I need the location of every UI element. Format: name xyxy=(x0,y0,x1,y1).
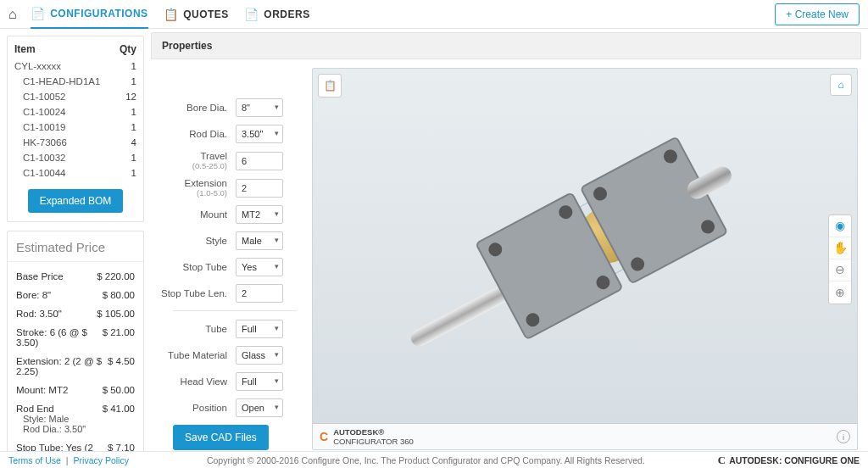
property-label: Tube Material xyxy=(151,350,236,360)
property-select[interactable]: Male xyxy=(236,231,283,250)
property-row: Head ViewFull xyxy=(151,372,297,391)
property-select[interactable]: 3.50" xyxy=(236,125,283,143)
cylinder-model xyxy=(418,109,752,393)
property-row: Rod Dia.3.50" xyxy=(151,125,297,143)
property-input[interactable]: 2 xyxy=(236,284,283,303)
property-select[interactable]: 8" xyxy=(236,98,283,117)
footer-brand: AUTODESK: CONFIGURE ONE xyxy=(729,455,860,465)
create-new-button[interactable]: + Create New xyxy=(775,3,860,25)
bom-header-item: Item xyxy=(14,43,120,55)
property-label: Extension(1.0-5.0) xyxy=(151,178,236,198)
properties-header: Properties xyxy=(151,32,861,59)
copyright-text: Copyright © 2000-2016 Configure One, Inc… xyxy=(134,455,718,465)
estimate-row: Bore: 8"$ 80.00 xyxy=(16,286,135,304)
nav-tab-configurations[interactable]: 📄CONFIGURATIONS xyxy=(31,0,148,29)
bom-row: C1-100241 xyxy=(14,104,136,120)
estimate-row: Rod: 3.50"$ 105.00 xyxy=(16,304,135,323)
bom-row: C1-100441 xyxy=(14,165,136,181)
property-select[interactable]: Full xyxy=(236,372,283,391)
property-label: Bore Dia. xyxy=(151,103,236,113)
property-input[interactable]: 2 xyxy=(236,179,283,198)
bom-row: C1-HEAD-HD1A11 xyxy=(14,74,136,89)
divider xyxy=(173,310,297,311)
zoom-out-icon[interactable]: ⊖ xyxy=(829,259,851,281)
nav-tabs: 📄CONFIGURATIONS📋QUOTES📄ORDERS xyxy=(31,0,776,29)
property-row: Tube MaterialGlass xyxy=(151,346,297,365)
cad-viewer[interactable]: 📋 ⌂ ◉ ✋ ⊖ ⊕ C xyxy=(312,68,858,450)
orbit-icon[interactable]: ◉ xyxy=(829,215,851,237)
property-label: Rod Dia. xyxy=(151,129,236,139)
property-row: Stop TubeYes xyxy=(151,258,297,276)
property-label: Stop Tube xyxy=(151,262,236,272)
property-label: Stop Tube Len. xyxy=(151,288,236,298)
bom-card: Item Qty CYL-xxxxx1C1-HEAD-HD1A11C1-1005… xyxy=(7,36,144,222)
estimate-card: Estimated Price Base Price$ 220.00Bore: … xyxy=(7,231,144,468)
property-label: Tube xyxy=(151,324,236,334)
estimate-row: Base Price$ 220.00 xyxy=(16,267,135,286)
privacy-link[interactable]: Privacy Policy xyxy=(74,455,129,465)
property-label: Style xyxy=(151,236,236,246)
property-label: Mount xyxy=(151,209,236,220)
property-row: Travel(0.5-25.0)6 xyxy=(151,151,297,170)
property-select[interactable]: Yes xyxy=(236,258,283,276)
property-row: Bore Dia.8" xyxy=(151,98,297,117)
pan-icon[interactable]: ✋ xyxy=(829,237,851,259)
bom-row: C1-100191 xyxy=(14,120,136,135)
terms-link[interactable]: Terms of Use xyxy=(8,455,61,465)
property-label: Position xyxy=(151,403,236,413)
property-label: Head View xyxy=(151,376,236,387)
save-cad-button[interactable]: Save CAD Files xyxy=(173,425,269,450)
estimate-title: Estimated Price xyxy=(8,231,143,261)
info-icon[interactable]: i xyxy=(837,430,850,443)
home-view-icon[interactable]: ⌂ xyxy=(830,74,852,96)
estimate-row: Rod EndStyle: MaleRod Dia.: 3.50"$ 41.00 xyxy=(16,399,135,438)
property-row: TubeFull xyxy=(151,320,297,338)
property-row: Stop Tube Len.2 xyxy=(151,284,297,303)
property-label: Travel(0.5-25.0) xyxy=(151,151,236,170)
nav-tab-orders[interactable]: 📄ORDERS xyxy=(244,0,310,29)
document-icon: 📋 xyxy=(164,8,179,21)
expanded-bom-button[interactable]: Expanded BOM xyxy=(28,189,124,213)
nav-tab-quotes[interactable]: 📋QUOTES xyxy=(164,0,229,29)
bom-row: C1-100321 xyxy=(14,150,136,165)
property-select[interactable]: Full xyxy=(236,320,283,338)
property-row: StyleMale xyxy=(151,231,297,250)
property-row: PositionOpen xyxy=(151,398,297,417)
nav-tab-label: CONFIGURATIONS xyxy=(50,8,147,20)
zoom-in-icon[interactable]: ⊕ xyxy=(829,281,851,304)
property-row: MountMT2 xyxy=(151,205,297,224)
estimate-row: Stroke: 6 (6 @ $ 3.50)$ 21.00 xyxy=(16,323,135,352)
bom-row: CYL-xxxxx1 xyxy=(14,58,136,74)
property-select[interactable]: Open xyxy=(236,398,283,417)
properties-form: Bore Dia.8"Rod Dia.3.50"Travel(0.5-25.0)… xyxy=(151,68,303,450)
estimate-row: Extension: 2 (2 @ $ 2.25)$ 4.50 xyxy=(16,352,135,381)
document-icon: 📄 xyxy=(244,8,259,21)
viewer-brand: C AUTODESK®CONFIGURATOR 360 i xyxy=(313,423,857,449)
page-footer: Terms of Use | Privacy Policy Copyright … xyxy=(0,451,868,468)
document-icon: 📄 xyxy=(31,7,46,20)
nav-tab-label: QUOTES xyxy=(183,8,229,20)
bom-row: HK-730664 xyxy=(14,135,136,150)
nav-tab-label: ORDERS xyxy=(264,8,309,20)
viewer-toolbar: ◉ ✋ ⊖ ⊕ xyxy=(828,214,852,304)
property-input[interactable]: 6 xyxy=(236,152,283,170)
bom-row: C1-1005212 xyxy=(14,89,136,104)
home-icon[interactable]: ⌂ xyxy=(8,7,17,22)
property-select[interactable]: MT2 xyxy=(236,205,283,224)
copy-icon[interactable]: 📋 xyxy=(318,74,342,98)
bom-header-qty: Qty xyxy=(120,43,136,55)
property-select[interactable]: Glass xyxy=(236,346,283,365)
property-row: Extension(1.0-5.0)2 xyxy=(151,178,297,198)
estimate-row: Mount: MT2$ 50.00 xyxy=(16,381,135,399)
